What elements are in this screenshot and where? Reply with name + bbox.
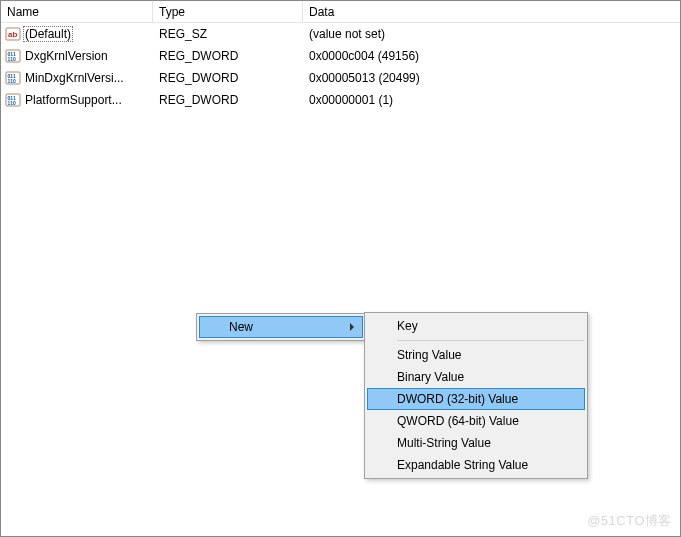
reg-dword-icon: 011110	[5, 70, 21, 86]
menu-item-key[interactable]: Key	[367, 315, 585, 337]
column-header-data[interactable]: Data	[303, 1, 680, 22]
value-data: 0x0000c004 (49156)	[303, 49, 680, 63]
value-type: REG_DWORD	[153, 71, 303, 85]
menu-item-label: String Value	[397, 348, 461, 362]
menu-item-binary-value[interactable]: Binary Value	[367, 366, 585, 388]
menu-item-multi-string-value[interactable]: Multi-String Value	[367, 432, 585, 454]
value-data: 0x00005013 (20499)	[303, 71, 680, 85]
menu-item-label: DWORD (32-bit) Value	[397, 392, 518, 406]
menu-item-new[interactable]: New	[199, 316, 363, 338]
value-data: 0x00000001 (1)	[303, 93, 680, 107]
list-item[interactable]: 011110 PlatformSupport... REG_DWORD 0x00…	[1, 89, 680, 111]
registry-value-list: ab (Default) REG_SZ (value not set) 0111…	[1, 23, 680, 111]
menu-item-string-value[interactable]: String Value	[367, 344, 585, 366]
menu-item-qword-value[interactable]: QWORD (64-bit) Value	[367, 410, 585, 432]
watermark: @51CTO博客	[587, 512, 672, 530]
value-name: DxgKrnlVersion	[23, 49, 110, 63]
svg-text:110: 110	[8, 56, 17, 62]
menu-item-label: Key	[397, 319, 418, 333]
svg-text:110: 110	[8, 78, 17, 84]
value-name: MinDxgKrnlVersi...	[23, 71, 126, 85]
column-header-name[interactable]: Name	[1, 1, 153, 22]
context-submenu-new: Key String Value Binary Value DWORD (32-…	[364, 312, 588, 479]
list-item[interactable]: ab (Default) REG_SZ (value not set)	[1, 23, 680, 45]
column-header-type[interactable]: Type	[153, 1, 303, 22]
context-menu: New	[196, 313, 366, 341]
context-menu-wrap: New Key String Value Binary Value DWORD …	[196, 313, 366, 341]
svg-text:110: 110	[8, 100, 17, 106]
list-item[interactable]: 011110 MinDxgKrnlVersi... REG_DWORD 0x00…	[1, 67, 680, 89]
menu-item-label: Multi-String Value	[397, 436, 491, 450]
menu-item-label: New	[229, 320, 253, 334]
reg-dword-icon: 011110	[5, 92, 21, 108]
menu-item-dword-value[interactable]: DWORD (32-bit) Value	[367, 388, 585, 410]
menu-item-label: Expandable String Value	[397, 458, 528, 472]
list-header: Name Type Data	[1, 1, 680, 23]
svg-text:ab: ab	[8, 30, 17, 39]
value-data: (value not set)	[303, 27, 680, 41]
menu-item-label: Binary Value	[397, 370, 464, 384]
list-item[interactable]: 011110 DxgKrnlVersion REG_DWORD 0x0000c0…	[1, 45, 680, 67]
menu-separator	[397, 340, 584, 341]
value-type: REG_SZ	[153, 27, 303, 41]
value-type: REG_DWORD	[153, 93, 303, 107]
value-name: PlatformSupport...	[23, 93, 124, 107]
menu-item-expandable-string-value[interactable]: Expandable String Value	[367, 454, 585, 476]
reg-dword-icon: 011110	[5, 48, 21, 64]
menu-item-label: QWORD (64-bit) Value	[397, 414, 519, 428]
value-type: REG_DWORD	[153, 49, 303, 63]
reg-sz-icon: ab	[5, 26, 21, 42]
submenu-arrow-icon	[350, 323, 354, 331]
value-name: (Default)	[23, 26, 73, 42]
